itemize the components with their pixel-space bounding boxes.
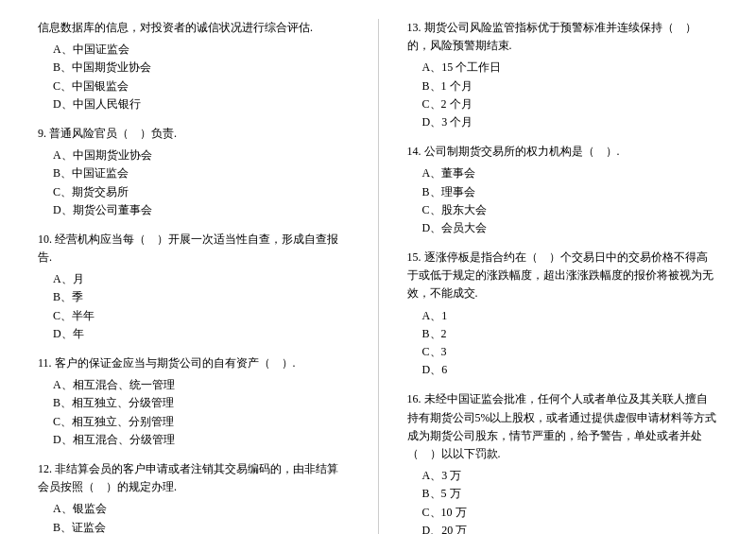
option-14-a: A、董事会 [422,164,719,182]
option-intro-c: C、中国银监会 [53,78,350,95]
option-9-d: D、期货公司董事会 [53,201,350,219]
question-block-16: 16. 未经中国证监会批准，任何个人或者单位及其关联人擅自持有期货公司5%以上股… [407,390,719,534]
question-text-intro: 信息数据库的信息，对投资者的诚信状况进行综合评估. [38,19,350,37]
question-block-11: 11. 客户的保证金应当与期货公司的自有资产（ ）. A、相互混合、统一管理 B… [38,354,350,449]
option-16-d: D、20 万 [422,522,719,534]
page-container: 信息数据库的信息，对投资者的诚信状况进行综合评估. A、中国证监会 B、中国期货… [0,0,756,534]
option-13-d: D、3 个月 [422,113,719,131]
option-9-b: B、中国证监会 [53,164,350,182]
question-text-10: 10. 经营机构应当每（ ）开展一次适当性自查，形成自查报告. [38,231,350,267]
question-block-15: 15. 逐涨停板是指合约在（ ）个交易日中的交易价格不得高于或低于规定的涨跌幅度… [407,249,719,379]
option-16-a: A、3 万 [422,467,719,485]
option-12-a: A、银监会 [53,500,350,518]
option-16-c: C、10 万 [422,504,719,522]
question-text-16: 16. 未经中国证监会批准，任何个人或者单位及其关联人擅自持有期货公司5%以上股… [407,390,719,463]
question-block-9: 9. 普通风险官员（ ）负责. A、中国期货业协会 B、中国证监会 C、期货交易… [38,125,350,219]
option-11-b: B、相互独立、分级管理 [53,394,350,412]
option-11-a: A、相互混合、统一管理 [53,376,350,394]
option-10-c: C、半年 [53,307,350,325]
option-13-c: C、2 个月 [422,95,719,113]
question-block-10: 10. 经营机构应当每（ ）开展一次适当性自查，形成自查报告. A、月 B、季 … [38,231,350,343]
option-12-b: B、证监会 [53,519,350,535]
option-14-c: C、股东大会 [422,201,719,219]
option-intro-b: B、中国期货业协会 [53,59,350,77]
option-11-c: C、相互独立、分别管理 [53,413,350,431]
question-block-14: 14. 公司制期货交易所的权力机构是（ ）. A、董事会 B、理事会 C、股东大… [407,143,719,237]
question-block-intro: 信息数据库的信息，对投资者的诚信状况进行综合评估. A、中国证监会 B、中国期货… [38,19,350,113]
option-13-a: A、15 个工作日 [422,59,719,77]
option-14-d: D、会员大会 [422,219,719,237]
option-14-b: B、理事会 [422,183,719,201]
option-16-b: B、5 万 [422,485,719,503]
question-text-13: 13. 期货公司风险监管指标优于预警标准并连续保持（ ）的，风险预警期结束. [407,19,719,55]
option-13-b: B、1 个月 [422,78,719,95]
option-15-a: A、1 [422,307,719,325]
option-15-c: C、3 [422,343,719,361]
column-divider [378,19,379,534]
option-11-d: D、相互混合、分级管理 [53,431,350,449]
right-column: 13. 期货公司风险监管指标优于预警标准并连续保持（ ）的，风险预警期结束. A… [407,19,719,534]
option-15-d: D、6 [422,361,719,379]
columns-layout: 信息数据库的信息，对投资者的诚信状况进行综合评估. A、中国证监会 B、中国期货… [38,19,718,534]
option-9-c: C、期货交易所 [53,183,350,201]
option-15-b: B、2 [422,325,719,343]
option-10-a: A、月 [53,270,350,288]
option-10-b: B、季 [53,288,350,306]
question-text-11: 11. 客户的保证金应当与期货公司的自有资产（ ）. [38,354,350,372]
left-column: 信息数据库的信息，对投资者的诚信状况进行综合评估. A、中国证监会 B、中国期货… [38,19,350,534]
question-text-14: 14. 公司制期货交易所的权力机构是（ ）. [407,143,719,161]
question-text-9: 9. 普通风险官员（ ）负责. [38,125,350,143]
option-10-d: D、年 [53,325,350,343]
question-block-12: 12. 非结算会员的客户申请或者注销其交易编码的，由非结算会员按照（ ）的规定办… [38,460,350,534]
question-text-12: 12. 非结算会员的客户申请或者注销其交易编码的，由非结算会员按照（ ）的规定办… [38,460,350,496]
option-intro-d: D、中国人民银行 [53,95,350,113]
question-block-13: 13. 期货公司风险监管指标优于预警标准并连续保持（ ）的，风险预警期结束. A… [407,19,719,131]
option-intro-a: A、中国证监会 [53,41,350,59]
option-9-a: A、中国期货业协会 [53,146,350,164]
question-text-15: 15. 逐涨停板是指合约在（ ）个交易日中的交易价格不得高于或低于规定的涨跌幅度… [407,249,719,303]
